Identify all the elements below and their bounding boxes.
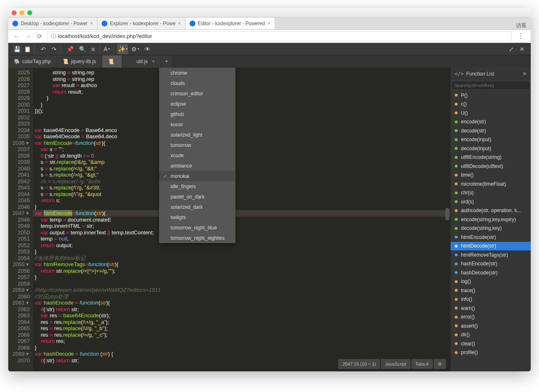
function-item[interactable]: info()	[451, 295, 531, 304]
minimize-window-button[interactable]	[19, 10, 24, 15]
function-item[interactable]: decode(input)	[451, 144, 531, 153]
theme-option[interactable]: github	[159, 109, 235, 119]
function-item[interactable]: utf8Decode(utftext)	[451, 162, 531, 171]
tab-close-icon[interactable]: ×	[178, 21, 181, 26]
function-item[interactable]: trace()	[451, 286, 531, 295]
search-icon[interactable]: 🔍	[77, 44, 88, 54]
function-item[interactable]: c()	[451, 100, 531, 109]
browser-tab[interactable]: Desktop - kodexplorer - Power×	[8, 18, 97, 29]
function-label: c()	[461, 101, 467, 107]
theme-option[interactable]: xcode	[159, 150, 235, 161]
function-item[interactable]: microtime(timeFloat)	[451, 179, 531, 189]
function-item[interactable]: utf8Encode(string)	[451, 153, 531, 162]
function-item[interactable]: warn()	[451, 304, 531, 313]
function-item[interactable]: decode(str)	[451, 126, 531, 135]
scrollbar-thumb[interactable]	[445, 208, 449, 220]
maximize-window-button[interactable]	[27, 10, 32, 15]
function-item[interactable]: decode(string,key)	[451, 224, 531, 233]
file-tab[interactable]: 📜jquery-lib.js	[57, 55, 102, 68]
code-editor[interactable]: 2025 2026 2027 2028 2029 2030 2031 2032 …	[8, 68, 450, 371]
theme-label: chrome	[171, 70, 187, 76]
function-item[interactable]: P()	[451, 91, 531, 100]
preview-icon[interactable]: 👁	[142, 44, 153, 54]
theme-option[interactable]: crimson_editor	[159, 88, 235, 99]
function-item[interactable]: profile()	[451, 348, 531, 357]
guest-label[interactable]: 访客	[516, 22, 527, 29]
theme-option[interactable]: chrome	[159, 68, 235, 78]
function-item[interactable]: time()	[451, 171, 531, 180]
close-window-button[interactable]	[12, 10, 17, 15]
tab-size[interactable]: Tabs:4	[411, 359, 433, 369]
function-item[interactable]: assert()	[451, 321, 531, 331]
function-item[interactable]: encode(string,key,expiry)	[451, 215, 531, 224]
shuffle-icon[interactable]: ⤨	[89, 44, 100, 54]
save-icon[interactable]: 💾	[12, 44, 22, 54]
function-item[interactable]: ord(s)	[451, 197, 531, 206]
function-label: encode(str)	[461, 119, 486, 125]
function-item[interactable]: htmlRemoveTags(str)	[451, 250, 531, 260]
file-tab[interactable]: 📜	[102, 55, 122, 68]
theme-button[interactable]: ✨	[117, 44, 128, 54]
undo-icon[interactable]: ↶	[38, 44, 49, 54]
pin-icon[interactable]: 📌	[64, 44, 75, 54]
close-file-icon[interactable]: ×	[152, 59, 155, 64]
theme-option[interactable]: solarized_dark	[159, 202, 235, 212]
cursor-position[interactable]: 2047:15 (10 ~ 1)	[338, 359, 380, 369]
browser-tab[interactable]: Explorer - kodexplorer - Powe×	[97, 18, 185, 29]
back-button[interactable]: ←	[12, 33, 21, 40]
function-item[interactable]: hashEncode(str)	[451, 260, 531, 269]
font-button[interactable]: A	[103, 44, 114, 54]
add-tab-button[interactable]: +	[161, 55, 173, 68]
theme-option[interactable]: tomorrow_night_blue	[159, 222, 235, 233]
redo-icon[interactable]: ↷	[50, 44, 61, 54]
tab-favicon	[190, 21, 195, 26]
status-settings-icon[interactable]: ⚙	[434, 359, 446, 369]
close-panel-button[interactable]: ✕	[522, 71, 527, 77]
copy-icon[interactable]: 📋	[24, 44, 35, 54]
close-panel-icon[interactable]: ✕	[517, 44, 527, 54]
forward-button[interactable]: →	[24, 33, 32, 40]
theme-option[interactable]: clouds	[159, 78, 235, 88]
function-item[interactable]: error()	[451, 313, 531, 322]
function-item[interactable]: dir()	[451, 331, 531, 340]
settings-icon[interactable]: ⚙	[130, 44, 140, 54]
theme-option[interactable]: tomorrow	[159, 140, 235, 150]
function-label: profile()	[461, 349, 478, 355]
file-tabs: 🐘colorTag.php📜jquery-lib.js📜util.js×+	[8, 55, 531, 68]
theme-option[interactable]: tomorrow_night_eighties	[159, 233, 235, 243]
function-item[interactable]: encode(str)	[451, 118, 531, 127]
function-label: hashEncode(str)	[461, 261, 497, 267]
function-item[interactable]: U()	[451, 109, 531, 118]
theme-option[interactable]: ambiance	[159, 161, 235, 171]
theme-option[interactable]: ✓monokai	[159, 171, 235, 181]
browser-menu-button[interactable]: ⋮	[515, 32, 527, 40]
function-item[interactable]: clear()	[451, 339, 531, 348]
file-tab[interactable]: util.js×	[122, 55, 161, 68]
theme-option[interactable]: pastel_on_dark	[159, 191, 235, 202]
expand-icon[interactable]: ⤢	[506, 44, 517, 54]
address-bar[interactable]: ⓘ localhost/kod/kod_dev/index.php?editor	[47, 31, 512, 41]
theme-option[interactable]: idle_fingers	[159, 181, 235, 191]
function-item[interactable]: htmlEncode(str)	[451, 233, 531, 242]
theme-option[interactable]: solarized_light	[159, 130, 235, 140]
function-item[interactable]: chr(s)	[451, 189, 531, 198]
language-mode[interactable]: JavaScript	[381, 359, 410, 369]
function-search-input[interactable]	[451, 81, 530, 90]
function-item[interactable]: hashDecode(str)	[451, 268, 531, 277]
reload-button[interactable]: ⟳	[36, 33, 44, 40]
tab-close-icon[interactable]: ×	[90, 21, 93, 26]
file-tab[interactable]: 🐘colorTag.php	[8, 55, 57, 68]
function-item[interactable]: encode(input)	[451, 135, 531, 144]
function-label: htmlDecode(str)	[461, 243, 496, 249]
function-item[interactable]: authcode(str, operation, k...	[451, 206, 531, 215]
function-item[interactable]: htmlDecode(str)	[451, 242, 531, 251]
theme-option[interactable]: kuroir	[159, 119, 235, 130]
site-info-icon[interactable]: ⓘ	[51, 33, 56, 40]
tab-close-icon[interactable]: ×	[268, 21, 271, 26]
theme-option[interactable]: eclipse	[159, 99, 235, 109]
function-label: error()	[461, 314, 475, 320]
function-item[interactable]: log()	[451, 277, 531, 286]
theme-option[interactable]: twilight	[159, 212, 235, 222]
code-area[interactable]: string = string.rep string = string.rep …	[33, 68, 450, 371]
browser-tab[interactable]: Editor - kodexplorer - Powered×	[185, 18, 275, 29]
